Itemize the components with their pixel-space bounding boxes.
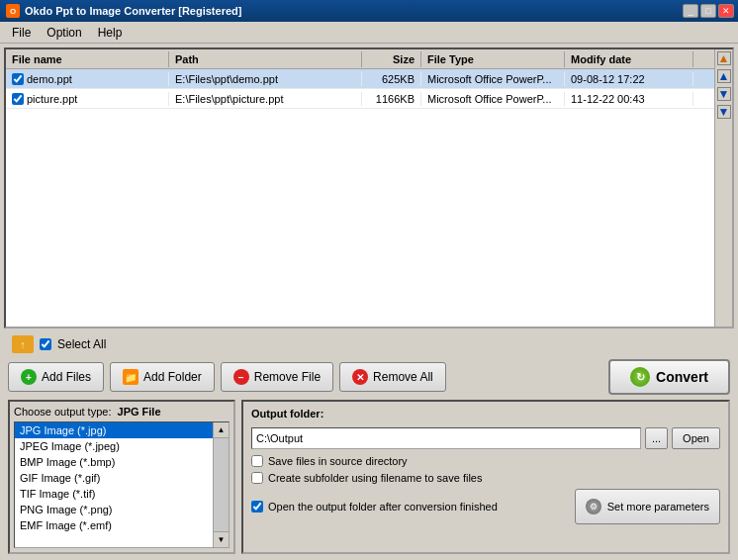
table-header: File name Path Size File Type Modify dat…	[6, 49, 714, 69]
upload-icon[interactable]: ↑	[12, 335, 34, 353]
listbox-container: JPG Image (*.jpg) JPEG Image (*.jpeg) BM…	[14, 421, 230, 548]
menu-file[interactable]: File	[4, 24, 39, 42]
main-content: File name Path Size File Type Modify dat…	[0, 44, 738, 560]
cell-filetype-1: Microsoft Office PowerP...	[421, 72, 565, 86]
save-source-label: Save files in source directory	[268, 455, 408, 467]
output-folder-label: Output folder:	[251, 408, 720, 420]
scroll-top-button[interactable]: ▲	[717, 51, 731, 65]
scroll-up-button[interactable]: ▲	[717, 69, 731, 83]
cell-size-1: 625KB	[362, 72, 421, 86]
list-item[interactable]: EMF Image (*.emf)	[15, 517, 213, 533]
convert-button[interactable]: ↻ Convert	[608, 359, 730, 395]
maximize-button[interactable]: □	[700, 4, 716, 18]
close-button[interactable]: ✕	[718, 4, 734, 18]
cell-size-2: 1166KB	[362, 92, 421, 106]
cell-filetype-2: Microsoft Office PowerP...	[421, 92, 565, 106]
bottom-row: Open the output folder after conversion …	[251, 489, 720, 524]
col-modify: Modify date	[565, 51, 693, 67]
scroll-down-button[interactable]: ▼	[717, 87, 731, 101]
browse-button[interactable]: ...	[645, 427, 668, 449]
app-icon: O	[6, 4, 20, 18]
output-type-selected: JPG File	[118, 406, 161, 418]
convert-icon: ↻	[630, 367, 650, 387]
checkbox-row-3: Open the output folder after conversion …	[251, 501, 498, 513]
output-type-panel: Choose output type: JPG File JPG Image (…	[8, 400, 235, 554]
cell-filename-1: demo.ppt	[6, 72, 169, 86]
file-table: File name Path Size File Type Modify dat…	[6, 49, 714, 327]
remove-all-button[interactable]: ✕ Remove All	[339, 362, 446, 392]
row-checkbox-1[interactable]	[12, 73, 24, 85]
list-item[interactable]: BMP Image (*.bmp)	[15, 454, 213, 470]
table-body: demo.ppt E:\Files\ppt\demo.ppt 625KB Mic…	[6, 69, 714, 327]
add-files-button[interactable]: + Add Files	[8, 362, 104, 392]
checkboxes-area: Save files in source directory Create su…	[251, 455, 720, 524]
window-title: Okdo Ppt to Image Converter [Registered]	[25, 5, 241, 17]
col-path: Path	[169, 51, 362, 67]
select-all-row: ↑ Select All	[4, 332, 734, 356]
list-item[interactable]: TIF Image (*.tif)	[15, 486, 213, 502]
list-item[interactable]: PNG Image (*.png)	[15, 502, 213, 517]
remove-file-icon: −	[233, 369, 249, 385]
create-subfolder-label: Create subfolder using filename to save …	[268, 472, 482, 484]
output-type-listbox: JPG Image (*.jpg) JPEG Image (*.jpeg) BM…	[15, 422, 213, 547]
save-source-checkbox[interactable]	[251, 455, 263, 467]
listbox-scroll-up[interactable]: ▲	[214, 422, 229, 438]
col-filename: File name	[6, 51, 169, 67]
cell-filename-2: picture.ppt	[6, 92, 169, 106]
open-folder-button[interactable]: Open	[672, 427, 720, 449]
open-after-label: Open the output folder after conversion …	[268, 501, 498, 513]
cell-path-1: E:\Files\ppt\demo.ppt	[169, 72, 362, 86]
open-after-checkbox[interactable]	[251, 501, 263, 513]
cell-modify-1: 09-08-12 17:22	[565, 72, 693, 86]
checkbox-row-1: Save files in source directory	[251, 455, 720, 467]
scroll-bottom-button[interactable]: ▼	[717, 105, 731, 119]
bottom-section: Choose output type: JPG File JPG Image (…	[4, 398, 734, 556]
title-buttons: _ □ ✕	[683, 4, 734, 18]
list-item[interactable]: JPEG Image (*.jpeg)	[15, 438, 213, 454]
gear-icon: ⚙	[586, 499, 601, 514]
menu-help[interactable]: Help	[90, 24, 131, 42]
table-row: picture.ppt E:\Files\ppt\picture.ppt 116…	[6, 89, 714, 109]
row-checkbox-2[interactable]	[12, 93, 24, 105]
toolbar-row: + Add Files 📁 Add Folder − Remove File ✕…	[4, 360, 734, 394]
cell-path-2: E:\Files\ppt\picture.ppt	[169, 92, 362, 106]
list-item[interactable]: GIF Image (*.gif)	[15, 470, 213, 486]
col-size: Size	[362, 51, 421, 67]
menu-bar: File Option Help	[0, 22, 738, 44]
select-all-checkbox[interactable]	[40, 338, 51, 350]
table-row: demo.ppt E:\Files\ppt\demo.ppt 625KB Mic…	[6, 69, 714, 89]
minimize-button[interactable]: _	[683, 4, 698, 18]
title-bar: O Okdo Ppt to Image Converter [Registere…	[0, 0, 738, 22]
output-folder-input[interactable]	[251, 427, 641, 449]
cell-modify-2: 11-12-22 00:43	[565, 92, 693, 106]
listbox-scroll-track	[214, 438, 229, 531]
remove-file-button[interactable]: − Remove File	[221, 362, 333, 392]
add-folder-button[interactable]: 📁 Add Folder	[110, 362, 215, 392]
title-bar-left: O Okdo Ppt to Image Converter [Registere…	[6, 4, 241, 18]
add-files-icon: +	[21, 369, 37, 385]
checkbox-row-2: Create subfolder using filename to save …	[251, 472, 720, 484]
listbox-scrollbar: ▲ ▼	[213, 422, 229, 547]
output-folder-panel: Output folder: ... Open Save files in so…	[241, 400, 730, 554]
set-params-button[interactable]: ⚙ Set more parameters	[575, 489, 720, 524]
remove-all-icon: ✕	[352, 369, 368, 385]
select-all-label: Select All	[57, 337, 106, 351]
table-scrollbar: ▲ ▲ ▼ ▼	[714, 49, 732, 327]
create-subfolder-checkbox[interactable]	[251, 472, 263, 484]
output-type-label: Choose output type: JPG File	[14, 406, 230, 418]
col-filetype: File Type	[421, 51, 565, 67]
list-item[interactable]: JPG Image (*.jpg)	[15, 422, 213, 438]
menu-option[interactable]: Option	[39, 24, 89, 42]
listbox-scroll-down[interactable]: ▼	[214, 531, 229, 547]
add-folder-icon: 📁	[123, 369, 138, 385]
folder-path-row: ... Open	[251, 427, 720, 449]
file-table-container: File name Path Size File Type Modify dat…	[4, 47, 734, 328]
